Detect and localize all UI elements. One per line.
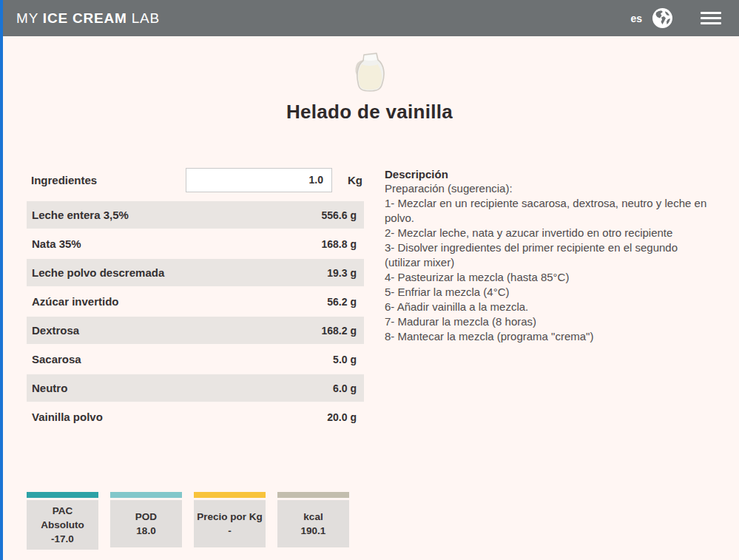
- globe-icon[interactable]: [652, 8, 672, 28]
- stat-color-bar: [277, 492, 349, 498]
- ingredient-amount: 168.2 g: [322, 325, 357, 337]
- description-heading: Descripción: [385, 168, 714, 181]
- ingredient-amount: 5.0 g: [333, 354, 357, 365]
- ingredient-name: Vainilla polvo: [32, 411, 103, 423]
- description-line: 6- Añadir vainilla a la mezcla.: [385, 300, 714, 314]
- description-line: Preparación (sugerencia):: [385, 181, 714, 196]
- ingredients-table: Leche entera 3,5% 556.6 g Nata 35% 168.8…: [27, 200, 364, 431]
- ingredient-amount: 19.3 g: [327, 267, 357, 279]
- ingredient-name: Leche polvo descremada: [32, 266, 164, 279]
- brand-prefix: MY: [16, 10, 43, 26]
- stat-color-bar: [27, 492, 98, 498]
- stat-label: PAC Absoluto: [30, 504, 95, 532]
- stat-label: POD: [135, 510, 157, 524]
- ingredient-row: Neutro 6.0 g: [27, 374, 364, 402]
- stat-value: 190.1: [301, 524, 326, 538]
- ingredient-row: Nata 35% 168.8 g: [27, 229, 364, 258]
- ingredient-row: Leche entera 3,5% 556.6 g: [27, 200, 364, 229]
- weight-unit-label: Kg: [348, 174, 362, 186]
- ingredient-row: Dextrosa 168.2 g: [27, 316, 364, 345]
- stat-color-bar: [194, 492, 266, 498]
- description-line: 3- Disolver ingredientes del primer reci…: [385, 240, 714, 270]
- app-logo[interactable]: MY ICE CREAM LAB: [16, 10, 160, 27]
- ingredient-name: Sacarosa: [32, 353, 81, 365]
- ingredient-row: Leche polvo descremada 19.3 g: [27, 258, 364, 287]
- ingredient-row: Vainilla polvo 20.0 g: [27, 402, 364, 431]
- stat-label: Precio por Kg: [197, 510, 263, 524]
- description-line: 7- Madurar la mezcla (8 horas): [385, 314, 714, 329]
- batch-weight-input[interactable]: [186, 168, 332, 192]
- stat-value: -: [228, 524, 232, 538]
- stat-card-pac: PAC Absoluto -17.0: [27, 492, 98, 550]
- stat-card-pod: POD 18.0: [110, 492, 182, 550]
- stat-label: kcal: [303, 510, 323, 524]
- ingredient-name: Leche entera 3,5%: [32, 209, 129, 221]
- stat-card-precio: Precio por Kg -: [194, 492, 266, 550]
- hamburger-menu-icon[interactable]: [701, 12, 721, 24]
- recipe-hero: Helado de vainilla: [0, 36, 739, 124]
- milk-jug-icon: [352, 52, 388, 93]
- amount-row: Ingredientes Kg: [27, 166, 364, 194]
- app-header: MY ICE CREAM LAB es: [0, 0, 739, 36]
- description-line: 1- Mezclar en un recipiente sacarosa, de…: [385, 196, 714, 226]
- recipe-stats: PAC Absoluto -17.0 POD 18.0 Precio por K…: [27, 492, 739, 550]
- ingredient-row: Sacarosa 5.0 g: [27, 345, 364, 374]
- ingredient-name: Nata 35%: [32, 237, 81, 250]
- brand-bold: ICE CREAM: [43, 10, 127, 26]
- ingredient-amount: 6.0 g: [333, 382, 357, 394]
- stat-value: 18.0: [136, 524, 155, 538]
- ingredient-row: Azúcar invertido 56.2 g: [27, 287, 364, 316]
- ingredient-amount: 56.2 g: [327, 296, 357, 308]
- left-edge-accent-strip: [0, 0, 3, 560]
- ingredient-amount: 556.6 g: [322, 209, 357, 221]
- stat-card-kcal: kcal 190.1: [277, 492, 349, 550]
- ingredient-amount: 168.8 g: [322, 238, 357, 250]
- ingredient-amount: 20.0 g: [327, 411, 357, 423]
- ingredient-name: Dextrosa: [32, 324, 79, 337]
- brand-suffix: LAB: [127, 10, 160, 26]
- stat-value: -17.0: [51, 532, 74, 546]
- ingredients-panel: Ingredientes Kg Leche entera 3,5% 556.6 …: [27, 166, 364, 431]
- stat-color-bar: [110, 492, 182, 498]
- description-line: 5- Enfriar la mezcla (4°C): [385, 285, 714, 300]
- description-panel: Descripción Preparación (sugerencia): 1-…: [385, 166, 714, 431]
- description-line: 2- Mezclar leche, nata y azucar invertid…: [385, 226, 714, 240]
- ingredient-name: Neutro: [32, 382, 67, 394]
- description-line: 4- Pasteurizar la mezcla (hasta 85°C): [385, 270, 714, 285]
- language-code[interactable]: es: [630, 13, 642, 24]
- description-line: 8- Mantecar la mezcla (programa "crema"): [385, 329, 714, 344]
- ingredients-heading: Ingredientes: [27, 174, 186, 186]
- ingredient-name: Azúcar invertido: [32, 295, 119, 308]
- page-title: Helado de vainilla: [0, 101, 739, 124]
- recipe-main: Ingredientes Kg Leche entera 3,5% 556.6 …: [27, 166, 714, 431]
